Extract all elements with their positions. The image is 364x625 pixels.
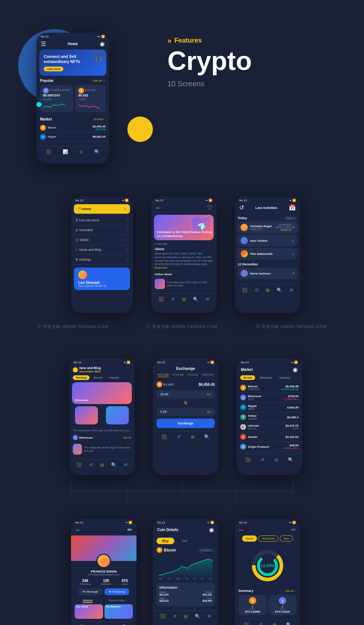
chart-nav-icon[interactable]: 📊 xyxy=(63,149,68,154)
nav-chart[interactable]: ⬛ xyxy=(158,297,164,302)
other-news-item[interactable]: The raised part of the edge on both side… xyxy=(151,277,217,291)
rv-item-2[interactable]: The Balance xyxy=(104,604,133,619)
wlt-nav-2[interactable]: ↺ xyxy=(259,622,262,625)
message-button[interactable]: ✉ Message xyxy=(78,588,102,595)
nav-search[interactable]: 🔍 xyxy=(193,297,198,302)
hamburger-icon[interactable]: ☰ xyxy=(41,40,46,47)
send-tab[interactable]: Send xyxy=(242,535,257,542)
mkt-nav-1[interactable]: ⬛ xyxy=(245,457,251,462)
heart-icon[interactable]: ♡ xyxy=(207,204,212,211)
trending-tab-market[interactable]: Trending xyxy=(276,375,293,380)
ex-nav-4[interactable]: 🔍 xyxy=(204,434,210,439)
watchlists-tab[interactable]: Watchlists xyxy=(257,375,275,380)
nav-5[interactable]: ✉ xyxy=(289,288,293,293)
activity-item-1[interactable]: Christian Roger 0.234 BTC 12/06/2020 BBT… xyxy=(238,221,297,233)
wallet-nav-icon[interactable]: ◎ xyxy=(79,149,83,154)
ex-nav-1[interactable]: ⬛ xyxy=(162,434,167,439)
overview-menu-item[interactable]: ◎ Overview› xyxy=(71,225,133,235)
recent-tab[interactable]: Recent xyxy=(91,375,105,380)
pair-btcusd[interactable]: BTC/USD xyxy=(158,373,169,377)
eth-row[interactable]: Ξ Ethereum 24 III $768.54 +1.79%+98.3 xyxy=(237,393,302,403)
see-all-summary[interactable]: See all → xyxy=(286,590,297,592)
profile-icon[interactable]: ◉ xyxy=(100,40,105,47)
blog-card-2[interactable] xyxy=(106,406,129,424)
achain-row[interactable]: A Achain $3,152.93 xyxy=(237,432,302,442)
pair-rrrusd[interactable]: RRR/USD xyxy=(202,373,214,377)
cd-nav-3[interactable]: ◎ xyxy=(184,614,187,619)
buy-tab[interactable]: Buy xyxy=(157,538,174,544)
bitcoin-row[interactable]: ₿ Bitcoin 5,000 BTC $6,456.45 +1.09%+196… xyxy=(237,383,302,393)
back-icon-profile[interactable]: ← xyxy=(75,527,81,533)
tether-row[interactable]: ₮ Tether 100,000 $2,456.4 xyxy=(237,412,302,422)
buy-tab[interactable]: Buy xyxy=(280,535,293,542)
mkt-nav-2[interactable]: ↺ xyxy=(261,457,264,462)
ltc-row[interactable]: Ł Litecoin 40.1 bn $3,676.76 -3.9% xyxy=(237,422,302,432)
see-all-activities[interactable]: Sent 4↑ xyxy=(284,216,297,220)
following-button[interactable]: ★ Following xyxy=(104,588,129,595)
back-icon-activities[interactable]: ↺ xyxy=(239,204,244,211)
nav-2[interactable]: ↺ xyxy=(255,288,258,293)
cd-nav-4[interactable]: 🔍 xyxy=(195,614,200,619)
exchange-input-1[interactable]: 10.00 $ v xyxy=(157,390,215,398)
settings-menu-item[interactable]: ⚙ Settings› xyxy=(71,255,133,265)
main-blog-card[interactable]: Ethereum xyxy=(72,382,132,404)
wlt-nav-4[interactable]: 🔍 xyxy=(286,622,292,625)
nav-3[interactable]: ◎ xyxy=(266,288,269,293)
recent-view-tab[interactable]: Recent View xyxy=(108,599,125,603)
eth-see-all[interactable]: See All xyxy=(123,436,131,439)
nav-home[interactable]: ◎ xyxy=(182,297,186,302)
cd-nav-5[interactable]: ✉ xyxy=(207,614,211,619)
exchange-val-2[interactable]: 3.29 xyxy=(160,410,167,414)
bitcoin-market-item[interactable]: ₿ Bitcoin $6,456.45 +$179.36 xyxy=(40,123,106,132)
ripple-market-item[interactable]: ✦ Ripple $8,682.45 xyxy=(40,132,106,142)
nb-nav-3[interactable]: ◎ xyxy=(100,462,104,467)
cd-nav-1[interactable]: ⬛ xyxy=(160,614,166,619)
ex-nav-2[interactable]: ↺ xyxy=(177,434,181,439)
activity-item-2[interactable]: Alex Turbine ↙ xyxy=(238,235,297,246)
xrp-row[interactable]: ✦ Ripple Billion 8,682.45 xyxy=(237,403,302,412)
nb-nav-2[interactable]: ↺ xyxy=(89,462,93,467)
rv-item-1[interactable]: The CAKE xyxy=(75,604,103,619)
popular-tab[interactable]: Popular xyxy=(107,375,122,380)
origin-row[interactable]: O Origin Protocol $48.54 -3.09%+196.3 xyxy=(237,442,302,452)
wlt-nav-1[interactable]: ⬛ xyxy=(244,622,249,625)
nav-chat[interactable]: ✉ xyxy=(206,297,209,302)
nb-nav-1[interactable]: ⬛ xyxy=(76,462,82,467)
calendar-icon[interactable]: 📅 xyxy=(289,204,296,211)
cd-nav-2[interactable]: ↺ xyxy=(173,614,177,619)
nav-repeat[interactable]: ↺ xyxy=(171,297,175,302)
pair-ltcusd[interactable]: LTC/USD xyxy=(187,373,198,377)
exchange-button[interactable]: Exchange xyxy=(157,419,215,428)
see-all-link[interactable]: See all → xyxy=(93,79,106,82)
home-nav-icon[interactable]: ⬛ xyxy=(46,149,51,154)
nb-nav-5[interactable]: ✉ xyxy=(124,462,127,467)
exchange-input-2[interactable]: 3.29 ₿ v xyxy=(157,408,215,416)
trending-tab[interactable]: Trending xyxy=(73,375,90,380)
received-tab[interactable]: Received xyxy=(258,535,278,542)
nb-nav-4[interactable]: 🔍 xyxy=(111,462,116,467)
profile-icon-cd[interactable]: ◉ xyxy=(209,526,214,533)
home-menu-item[interactable]: ♡ Home› xyxy=(74,204,130,214)
learn-more-button[interactable]: Learn more xyxy=(44,67,63,71)
blog-card-1[interactable] xyxy=(75,406,98,424)
pair-ethusd[interactable]: ETH/USD xyxy=(173,373,184,377)
mkt-nav-3[interactable]: ◎ xyxy=(274,457,278,462)
wishlist-tab[interactable]: Wishlist xyxy=(83,599,93,603)
exchange-swap-icon[interactable]: ⇅ xyxy=(153,400,218,406)
all-new-tab[interactable]: All new xyxy=(240,375,255,380)
time-filter[interactable]: 24 hours ↑ xyxy=(198,548,215,552)
wallet-menu-item[interactable]: ◫ Wallet› xyxy=(71,235,133,245)
sell-tab[interactable]: Sell xyxy=(176,538,193,544)
eth-summary-item[interactable]: Ξ ⬆ ETH ETH 0.03120 xyxy=(268,595,297,615)
activity-item-3[interactable]: Pike Adamsmith ↙ xyxy=(238,248,297,260)
wlt-nav-3[interactable]: ◎ xyxy=(273,622,276,625)
edit-icon-profile[interactable]: ✏ xyxy=(127,526,132,533)
eth-card[interactable]: Ξ ETHEREUM/USD $0.0007247 +0.36% xyxy=(40,85,73,112)
btc-summary-item[interactable]: ₿ ⬇ BTC BTC 0.00550 xyxy=(238,595,267,615)
eth-news-item[interactable]: The raised part of the edge on both side… xyxy=(69,442,135,457)
nav-4[interactable]: 🔍 xyxy=(277,288,282,293)
wallet-edit-icon[interactable]: ✏ xyxy=(291,526,296,533)
btc-card[interactable]: ₿ BITCOIN $0.032 +1.2% xyxy=(75,85,106,112)
read-more-link[interactable]: Read more xyxy=(155,266,167,269)
list-coin-menu-item[interactable]: ☰ List coin price› xyxy=(71,215,133,225)
